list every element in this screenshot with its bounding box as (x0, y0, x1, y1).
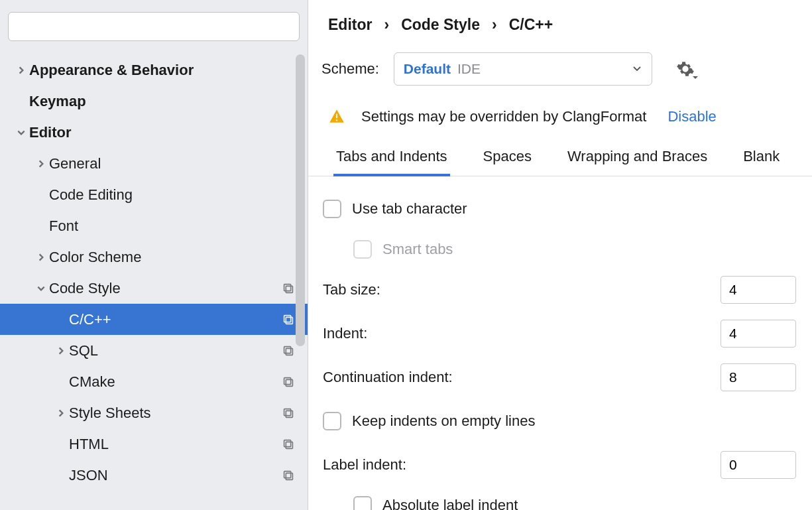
tree-item[interactable]: Keymap (0, 86, 308, 117)
tree-item[interactable]: Style Sheets (0, 397, 308, 428)
tree-item[interactable]: Font (0, 210, 308, 241)
use-tab-character-label: Use tab character (352, 200, 467, 218)
svg-rect-12 (286, 442, 292, 448)
settings-tree: Appearance & BehaviorKeymapEditorGeneral… (0, 49, 308, 510)
chevron-down-icon[interactable] (33, 284, 49, 293)
tree-item-label: CMake (69, 373, 281, 391)
scheme-dropdown[interactable]: Default IDE (394, 52, 652, 86)
svg-rect-7 (284, 346, 291, 353)
tree-item-label: HTML (69, 436, 281, 453)
svg-rect-15 (284, 471, 291, 478)
continuation-indent-label: Continuation indent: (323, 369, 721, 386)
tree-item-label: C/C++ (69, 311, 281, 328)
chevron-right-icon[interactable] (53, 409, 69, 418)
tree-item-label: Color Scheme (49, 249, 296, 266)
svg-rect-14 (286, 473, 292, 479)
tree-item[interactable]: Appearance & Behavior (0, 54, 308, 86)
chevron-right-icon[interactable] (13, 66, 29, 75)
disable-link[interactable]: Disable (667, 108, 716, 125)
scope-icon (281, 437, 296, 452)
tree-item[interactable]: JSON (0, 460, 308, 491)
chevron-right-icon[interactable] (33, 159, 49, 168)
tree-item[interactable]: General (0, 148, 308, 179)
scheme-scope: IDE (457, 61, 481, 77)
tree-item-label: General (49, 155, 296, 172)
tree-item[interactable]: CMake (0, 366, 308, 397)
scope-icon (281, 281, 296, 296)
chevron-down-icon[interactable] (13, 128, 29, 137)
smart-tabs-label: Smart tabs (382, 241, 453, 258)
smart-tabs-checkbox (353, 240, 372, 259)
tab[interactable]: Tabs and Indents (336, 141, 447, 176)
settings-sidebar: Appearance & BehaviorKeymapEditorGeneral… (0, 0, 308, 510)
tab[interactable]: Spaces (483, 141, 532, 176)
indent-label: Indent: (323, 325, 721, 342)
svg-rect-9 (284, 377, 291, 384)
search-input[interactable] (8, 12, 300, 41)
label-indent-label: Label indent: (323, 456, 721, 474)
svg-rect-17 (336, 119, 337, 121)
scope-icon (281, 375, 296, 389)
tree-item-label: Style Sheets (69, 405, 281, 422)
tree-item[interactable]: Color Scheme (0, 241, 308, 273)
tree-item-label: Keymap (29, 93, 296, 110)
keep-indents-checkbox[interactable] (323, 412, 341, 430)
tree-item-label: Font (49, 218, 296, 235)
svg-rect-5 (284, 315, 291, 322)
tree-item-label: JSON (69, 467, 281, 484)
svg-rect-2 (286, 286, 292, 292)
svg-rect-10 (286, 411, 292, 417)
breadcrumb-sep: › (384, 16, 389, 34)
scheme-label: Scheme: (321, 60, 379, 78)
svg-rect-13 (284, 440, 291, 446)
tab-size-label: Tab size: (323, 281, 721, 298)
svg-rect-6 (286, 348, 292, 355)
chevron-right-icon[interactable] (53, 346, 69, 355)
breadcrumb-item[interactable]: Editor (328, 16, 372, 34)
scrollbar[interactable] (296, 54, 305, 346)
tree-item[interactable]: Code Style (0, 273, 308, 304)
scheme-value: Default (404, 61, 451, 77)
breadcrumb-item[interactable]: C/C++ (509, 16, 553, 34)
tab[interactable]: Blank (743, 141, 780, 176)
warning-text: Settings may be overridden by ClangForma… (361, 108, 646, 125)
scheme-actions-button[interactable] (676, 60, 695, 78)
tab-size-input[interactable] (721, 276, 796, 304)
tree-item-label: Code Editing (49, 186, 296, 204)
indent-input[interactable] (721, 320, 796, 348)
tree-item[interactable]: SQL (0, 335, 308, 366)
scope-icon (281, 344, 296, 358)
breadcrumb: Editor › Code Style › C/C++ (308, 7, 812, 43)
main-panel: Editor › Code Style › C/C++ Scheme: Defa… (308, 0, 812, 510)
tree-item-label: Editor (29, 124, 296, 141)
scope-icon (281, 312, 296, 327)
tree-item-label: Appearance & Behavior (29, 62, 296, 79)
chevron-down-icon (632, 61, 642, 77)
chevron-down-icon (692, 74, 699, 81)
svg-rect-11 (284, 409, 291, 415)
keep-indents-label: Keep indents on empty lines (352, 413, 535, 430)
absolute-label-indent-checkbox[interactable] (353, 496, 372, 510)
use-tab-character-checkbox[interactable] (323, 200, 341, 218)
breadcrumb-sep: › (492, 16, 497, 34)
chevron-right-icon[interactable] (33, 253, 49, 262)
tree-item[interactable]: Editor (0, 117, 308, 148)
breadcrumb-item[interactable]: Code Style (401, 16, 480, 34)
tabs: Tabs and IndentsSpacesWrapping and Brace… (308, 141, 812, 176)
label-indent-input[interactable] (721, 451, 796, 479)
absolute-label-indent-label: Absolute label indent (382, 497, 518, 510)
svg-rect-16 (336, 114, 337, 119)
tree-item[interactable]: HTML (0, 428, 308, 460)
tree-item-label: SQL (69, 342, 281, 359)
warning-icon (328, 108, 345, 125)
tab[interactable]: Wrapping and Braces (567, 141, 707, 176)
tree-item[interactable]: C/C++ (0, 304, 308, 335)
scope-icon (281, 406, 296, 420)
tree-item[interactable]: Code Editing (0, 179, 308, 210)
svg-rect-3 (284, 284, 291, 290)
continuation-indent-input[interactable] (721, 363, 796, 391)
tree-item-label: Code Style (49, 280, 281, 297)
svg-rect-8 (286, 379, 292, 386)
svg-rect-4 (286, 317, 292, 324)
scope-icon (281, 468, 296, 483)
